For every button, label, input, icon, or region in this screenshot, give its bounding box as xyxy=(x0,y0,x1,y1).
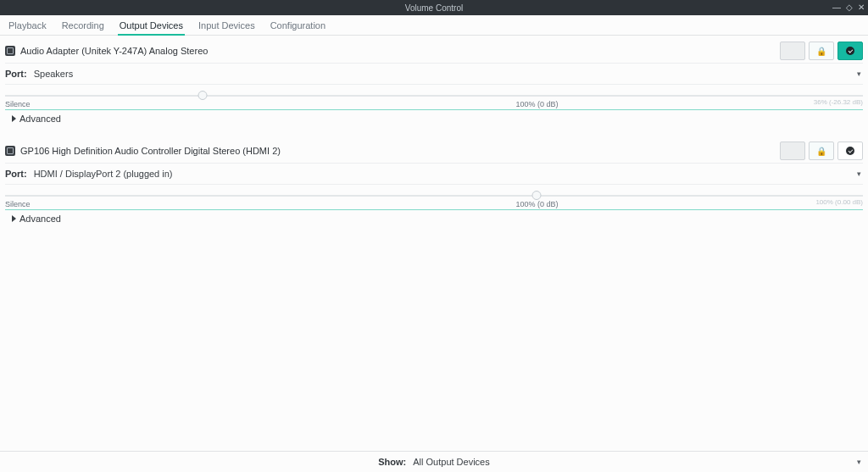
show-label: Show: xyxy=(378,457,406,467)
maximize-button[interactable]: ◇ xyxy=(846,3,853,12)
show-filter-select[interactable]: All Output Devices xyxy=(413,457,489,467)
device-header: GP106 High Definition Audio Controller D… xyxy=(5,139,863,163)
tab-bar: Playback Recording Output Devices Input … xyxy=(0,15,868,36)
device-list: Audio Adapter (Unitek Y-247A) Analog Ste… xyxy=(0,36,868,451)
port-label: Port: xyxy=(5,169,27,179)
port-label: Port: xyxy=(5,69,27,79)
tab-output-devices[interactable]: Output Devices xyxy=(118,19,185,36)
output-device: Audio Adapter (Unitek Y-247A) Analog Ste… xyxy=(5,39,863,127)
expander-triangle-icon xyxy=(12,215,16,222)
device-header: Audio Adapter (Unitek Y-247A) Analog Ste… xyxy=(5,39,863,63)
level-meter xyxy=(5,109,863,110)
minimize-button[interactable]: — xyxy=(832,3,841,12)
window-controls: — ◇ ✕ xyxy=(832,0,865,15)
sound-card-icon xyxy=(5,46,15,56)
volume-slider[interactable]: Silence 100% (0 dB) 100% (0.00 dB) xyxy=(5,186,863,210)
advanced-label: Advanced xyxy=(19,214,61,224)
scale-silence: Silence xyxy=(5,100,31,108)
volume-readout: 36% (-26.32 dB) xyxy=(814,98,863,106)
level-meter xyxy=(5,209,863,210)
sound-card-icon xyxy=(5,146,15,156)
chevron-down-icon[interactable]: ▾ xyxy=(857,458,861,466)
advanced-label: Advanced xyxy=(19,114,61,124)
set-default-button[interactable] xyxy=(837,42,863,60)
device-name: Audio Adapter (Unitek Y-247A) Analog Ste… xyxy=(20,46,775,56)
set-default-button[interactable] xyxy=(837,142,863,160)
port-row: Port: Speakers ▾ xyxy=(5,63,863,85)
lock-icon: 🔒 xyxy=(816,147,826,156)
tab-input-devices[interactable]: Input Devices xyxy=(197,19,257,35)
mute-button[interactable] xyxy=(780,42,805,60)
port-select[interactable]: Speakers xyxy=(34,67,850,81)
scale-100: 100% (0 dB) xyxy=(515,100,558,108)
port-row: Port: HDMI / DisplayPort 2 (plugged in) … xyxy=(5,163,863,185)
tab-playback[interactable]: Playback xyxy=(7,19,48,35)
filter-bar: Show: All Output Devices ▾ xyxy=(0,451,868,472)
slider-thumb[interactable] xyxy=(532,191,542,200)
lock-channels-button[interactable]: 🔒 xyxy=(809,42,834,60)
check-icon xyxy=(846,47,854,55)
slider-track xyxy=(5,95,863,97)
slider-thumb[interactable] xyxy=(198,91,207,100)
lock-icon: 🔒 xyxy=(816,47,826,56)
titlebar: Volume Control — ◇ ✕ xyxy=(0,0,868,15)
device-name: GP106 High Definition Audio Controller D… xyxy=(20,146,775,156)
scale-100: 100% (0 dB) xyxy=(515,200,558,208)
chevron-down-icon[interactable]: ▾ xyxy=(857,69,863,78)
lock-channels-button[interactable]: 🔒 xyxy=(809,142,834,160)
slider-track xyxy=(5,195,863,197)
volume-readout: 100% (0.00 dB) xyxy=(815,198,863,206)
scale-silence: Silence xyxy=(5,200,31,208)
expander-triangle-icon xyxy=(12,115,16,122)
mute-button[interactable] xyxy=(780,142,805,160)
tab-recording[interactable]: Recording xyxy=(60,19,106,35)
port-select[interactable]: HDMI / DisplayPort 2 (plugged in) xyxy=(34,167,850,180)
window-title: Volume Control xyxy=(405,3,463,13)
tab-configuration[interactable]: Configuration xyxy=(269,19,327,35)
output-device: GP106 High Definition Audio Controller D… xyxy=(5,139,863,227)
advanced-expander[interactable]: Advanced xyxy=(5,210,863,227)
chevron-down-icon[interactable]: ▾ xyxy=(857,169,863,178)
close-button[interactable]: ✕ xyxy=(858,3,865,12)
volume-slider[interactable]: Silence 100% (0 dB) 36% (-26.32 dB) xyxy=(5,86,863,110)
check-icon xyxy=(846,147,854,155)
advanced-expander[interactable]: Advanced xyxy=(5,110,863,127)
